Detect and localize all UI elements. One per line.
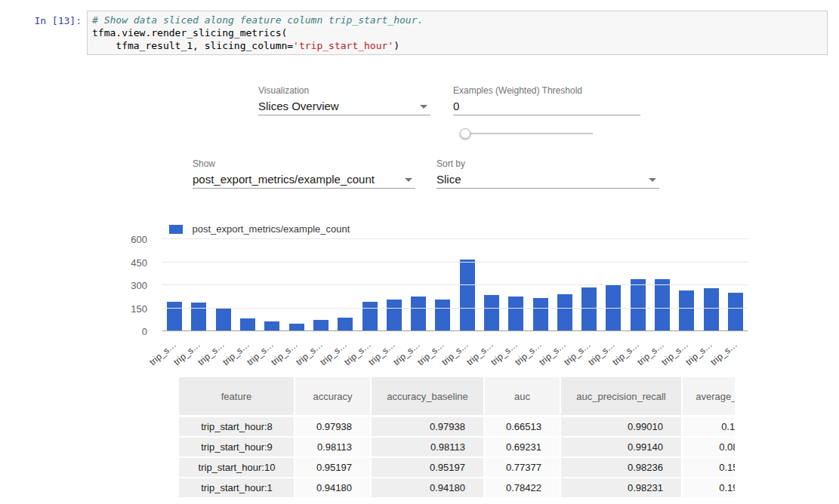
x-tick-label: trip_s… (245, 340, 276, 367)
bar-slot (699, 239, 723, 331)
bar-slot (528, 239, 552, 331)
bar-slot (480, 239, 504, 331)
x-tick-label: trip_s… (415, 340, 446, 367)
y-tick-label: 450 (131, 257, 147, 268)
bar-9[interactable] (387, 300, 402, 331)
y-tick-label: 300 (131, 280, 147, 291)
table-cell: 0.98236 (560, 457, 682, 478)
table-cell: 0.1901 (682, 478, 735, 498)
table-cell: 0.98231 (560, 478, 682, 498)
x-tick-label: trip_s… (562, 340, 593, 367)
bar-19[interactable] (631, 279, 646, 331)
bar-20[interactable] (655, 279, 670, 331)
table-cell: 0.98113 (371, 437, 484, 457)
bar-3[interactable] (240, 318, 255, 331)
x-tick-label: trip_s… (196, 340, 227, 367)
slider-knob[interactable] (460, 128, 470, 139)
bar-slot (211, 239, 236, 331)
bar-17[interactable] (581, 287, 597, 331)
x-tick-label: trip_s… (294, 340, 325, 367)
threshold-slider[interactable] (460, 128, 593, 139)
bar-slot (406, 239, 430, 331)
table-header-cell[interactable]: average_loss (682, 377, 735, 416)
table-row[interactable]: trip_start_hour:100.951970.951970.773770… (179, 457, 735, 478)
visualization-label: Visualization (258, 85, 309, 96)
x-tick-label: trip_s… (269, 340, 300, 367)
x-tick-label: trip_s… (708, 340, 739, 367)
bar-16[interactable] (557, 294, 572, 331)
bar-7[interactable] (338, 318, 353, 331)
x-tick-label: trip_s… (586, 340, 617, 367)
bar-21[interactable] (679, 290, 694, 331)
bar-22[interactable] (704, 288, 719, 331)
bar-8[interactable] (362, 302, 378, 331)
show-select[interactable]: post_export_metrics/example_count (193, 171, 415, 189)
x-tick-label: trip_s… (513, 340, 544, 367)
legend-label: post_export_metrics/example_count (192, 223, 350, 235)
table-row[interactable]: trip_start_hour:80.979380.979380.665130.… (179, 416, 735, 437)
table-row[interactable]: trip_start_hour:10.941800.941800.784220.… (179, 478, 735, 498)
bar-13[interactable] (484, 295, 499, 331)
x-tick-label: trip_s… (683, 340, 714, 367)
x-tick-label: trip_s… (147, 340, 178, 367)
table-cell: 0.97938 (295, 416, 371, 437)
table-header-cell[interactable]: accuracy (295, 377, 371, 416)
visualization-select[interactable]: Slices Overview (258, 97, 430, 115)
bar-slot (430, 239, 455, 331)
table-row[interactable]: trip_start_hour:90.981130.981130.692310.… (179, 437, 735, 457)
table-cell: 0.95197 (295, 457, 371, 478)
table-header-row: featureaccuracyaccuracy_baselineaucauc_p… (179, 377, 735, 416)
show-label: Show (193, 158, 215, 169)
code-comment: # Show data sliced along feature column … (92, 14, 423, 26)
bar-2[interactable] (216, 309, 231, 331)
chart-legend: post_export_metrics/example_count (169, 222, 350, 232)
chart-plot (162, 239, 748, 331)
bar-slot (187, 239, 211, 331)
bar-10[interactable] (411, 297, 426, 331)
x-tick-label: trip_s… (221, 340, 251, 367)
x-tick-label: trip_s… (318, 340, 349, 367)
bar-6[interactable] (313, 320, 329, 331)
bar-15[interactable] (533, 298, 548, 331)
sort-by-select[interactable]: Slice (436, 171, 659, 189)
bar-12[interactable] (460, 260, 475, 331)
threshold-input[interactable]: 0 (453, 97, 640, 115)
notebook-page: In [13]: # Show data sliced along featur… (0, 0, 839, 504)
bar-0[interactable] (167, 302, 182, 331)
code-cell[interactable]: # Show data sliced along feature column … (87, 11, 828, 55)
table-cell: 0.97938 (371, 416, 484, 437)
bar-11[interactable] (435, 300, 450, 331)
table-cell: trip_start_hour:9 (179, 437, 295, 457)
table-header-cell[interactable]: accuracy_baseline (371, 377, 484, 416)
bar-slot (674, 239, 699, 331)
table-cell: trip_start_hour:10 (179, 457, 295, 478)
bar-slot (260, 239, 284, 331)
gridline (162, 238, 748, 239)
x-tick-label: trip_s… (611, 340, 642, 367)
table-body: trip_start_hour:80.979380.979380.665130.… (179, 416, 735, 498)
chevron-down-icon (649, 178, 656, 182)
table-header-cell[interactable]: auc (484, 377, 560, 416)
table-cell: 0.1541 (682, 457, 735, 478)
metrics-table: featureaccuracyaccuracy_baselineaucauc_p… (179, 377, 735, 504)
slider-track (470, 133, 593, 134)
code-line-3-close: ) (393, 40, 399, 51)
sort-by-select-value: Slice (436, 173, 461, 186)
gridline (162, 308, 748, 309)
code-line-2: tfma.view.render_slicing_metrics( (92, 27, 287, 38)
table-cell: 0.69231 (484, 437, 560, 457)
show-select-value: post_export_metrics/example_count (193, 173, 375, 186)
table-cell: 0.94180 (371, 478, 484, 498)
bar-23[interactable] (728, 293, 743, 331)
bar-14[interactable] (508, 297, 523, 331)
bar-slot (553, 239, 577, 331)
x-tick-label: trip_s… (489, 340, 520, 367)
table-header-cell[interactable]: auc_precision_recall (560, 377, 682, 416)
table-header-cell[interactable]: feature (179, 377, 295, 416)
table-cell: 0.94180 (295, 478, 371, 498)
table-cell: 0.98113 (295, 437, 371, 457)
chart-bars (162, 239, 748, 331)
chart-yticks: 0150300450600 (125, 239, 155, 331)
x-tick-label: trip_s… (464, 340, 495, 367)
x-tick-label: trip_s… (538, 340, 569, 367)
